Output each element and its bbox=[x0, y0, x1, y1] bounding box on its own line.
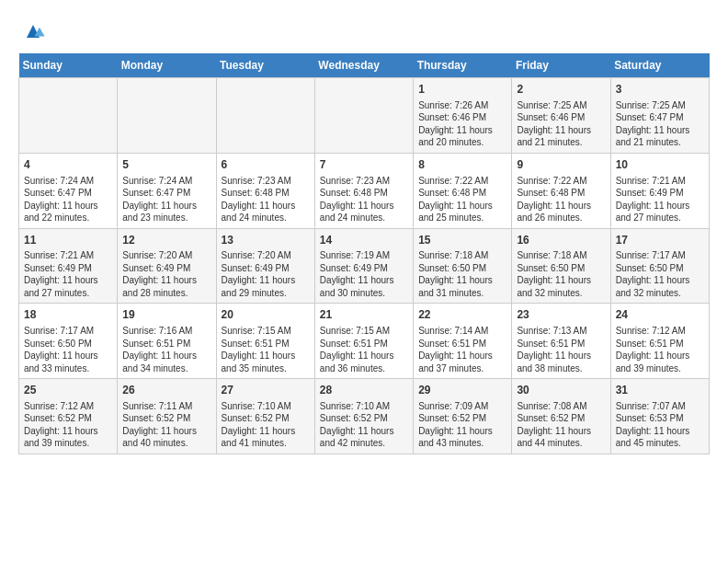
calendar-cell bbox=[216, 78, 314, 154]
logo bbox=[18, 18, 46, 44]
calendar-week-2: 4Sunrise: 7:24 AMSunset: 6:47 PMDaylight… bbox=[19, 153, 710, 228]
calendar-cell: 26Sunrise: 7:11 AMSunset: 6:52 PMDayligh… bbox=[118, 379, 216, 454]
day-number: 29 bbox=[418, 383, 506, 398]
day-number: 24 bbox=[616, 307, 704, 323]
day-number: 5 bbox=[122, 157, 210, 173]
day-info: Sunrise: 7:24 AMSunset: 6:47 PMDaylight:… bbox=[24, 175, 112, 224]
calendar-cell: 17Sunrise: 7:17 AMSunset: 6:50 PMDayligh… bbox=[610, 228, 709, 304]
calendar-cell: 3Sunrise: 7:25 AMSunset: 6:47 PMDaylight… bbox=[610, 78, 709, 154]
calendar-cell: 22Sunrise: 7:14 AMSunset: 6:51 PMDayligh… bbox=[414, 304, 512, 379]
day-info: Sunrise: 7:12 AMSunset: 6:52 PMDaylight:… bbox=[24, 400, 112, 450]
calendar-cell: 13Sunrise: 7:20 AMSunset: 6:49 PMDayligh… bbox=[216, 228, 314, 304]
day-number: 8 bbox=[418, 157, 506, 173]
day-number: 7 bbox=[320, 157, 408, 173]
day-info: Sunrise: 7:18 AMSunset: 6:50 PMDaylight:… bbox=[517, 249, 605, 299]
day-number: 15 bbox=[418, 233, 506, 248]
calendar-week-5: 25Sunrise: 7:12 AMSunset: 6:52 PMDayligh… bbox=[19, 379, 710, 454]
day-info: Sunrise: 7:25 AMSunset: 6:47 PMDaylight:… bbox=[616, 99, 704, 149]
calendar-cell: 25Sunrise: 7:12 AMSunset: 6:52 PMDayligh… bbox=[19, 379, 118, 454]
calendar-cell: 6Sunrise: 7:23 AMSunset: 6:48 PMDaylight… bbox=[216, 153, 314, 228]
day-number: 25 bbox=[24, 383, 112, 398]
day-number: 16 bbox=[517, 233, 605, 248]
day-info: Sunrise: 7:21 AMSunset: 6:49 PMDaylight:… bbox=[616, 175, 704, 224]
day-info: Sunrise: 7:17 AMSunset: 6:50 PMDaylight:… bbox=[616, 249, 704, 299]
calendar-cell bbox=[19, 78, 118, 154]
calendar-week-4: 18Sunrise: 7:17 AMSunset: 6:50 PMDayligh… bbox=[19, 304, 710, 379]
day-header-sunday: Sunday bbox=[19, 53, 118, 78]
day-info: Sunrise: 7:22 AMSunset: 6:48 PMDaylight:… bbox=[418, 175, 506, 224]
day-number: 11 bbox=[24, 233, 112, 248]
day-number: 22 bbox=[418, 307, 506, 323]
calendar-cell: 9Sunrise: 7:22 AMSunset: 6:48 PMDaylight… bbox=[512, 153, 610, 228]
calendar-cell: 24Sunrise: 7:12 AMSunset: 6:51 PMDayligh… bbox=[610, 304, 709, 379]
day-number: 27 bbox=[222, 383, 310, 398]
day-header-tuesday: Tuesday bbox=[216, 53, 314, 78]
calendar-cell bbox=[118, 78, 216, 154]
day-info: Sunrise: 7:10 AMSunset: 6:52 PMDaylight:… bbox=[222, 400, 310, 450]
day-number: 18 bbox=[24, 307, 112, 323]
day-number: 1 bbox=[418, 82, 506, 98]
day-info: Sunrise: 7:08 AMSunset: 6:52 PMDaylight:… bbox=[517, 400, 605, 450]
calendar-week-3: 11Sunrise: 7:21 AMSunset: 6:49 PMDayligh… bbox=[19, 228, 710, 304]
day-info: Sunrise: 7:11 AMSunset: 6:52 PMDaylight:… bbox=[122, 400, 210, 450]
day-info: Sunrise: 7:12 AMSunset: 6:51 PMDaylight:… bbox=[616, 325, 704, 374]
calendar-cell: 20Sunrise: 7:15 AMSunset: 6:51 PMDayligh… bbox=[216, 304, 314, 379]
calendar-cell: 2Sunrise: 7:25 AMSunset: 6:46 PMDaylight… bbox=[512, 78, 610, 154]
calendar-cell: 4Sunrise: 7:24 AMSunset: 6:47 PMDaylight… bbox=[19, 153, 118, 228]
day-number: 21 bbox=[320, 307, 408, 323]
calendar-cell: 11Sunrise: 7:21 AMSunset: 6:49 PMDayligh… bbox=[19, 228, 118, 304]
day-number: 30 bbox=[517, 383, 605, 398]
day-info: Sunrise: 7:18 AMSunset: 6:50 PMDaylight:… bbox=[418, 249, 506, 299]
calendar-cell: 15Sunrise: 7:18 AMSunset: 6:50 PMDayligh… bbox=[414, 228, 512, 304]
calendar-cell: 27Sunrise: 7:10 AMSunset: 6:52 PMDayligh… bbox=[216, 379, 314, 454]
day-info: Sunrise: 7:10 AMSunset: 6:52 PMDaylight:… bbox=[320, 400, 408, 450]
day-number: 31 bbox=[616, 383, 704, 398]
calendar-cell: 28Sunrise: 7:10 AMSunset: 6:52 PMDayligh… bbox=[314, 379, 413, 454]
calendar-cell: 14Sunrise: 7:19 AMSunset: 6:49 PMDayligh… bbox=[314, 228, 413, 304]
page-header bbox=[18, 18, 710, 44]
day-info: Sunrise: 7:13 AMSunset: 6:51 PMDaylight:… bbox=[517, 325, 605, 374]
day-info: Sunrise: 7:22 AMSunset: 6:48 PMDaylight:… bbox=[517, 175, 605, 224]
day-info: Sunrise: 7:23 AMSunset: 6:48 PMDaylight:… bbox=[320, 175, 408, 224]
day-info: Sunrise: 7:26 AMSunset: 6:46 PMDaylight:… bbox=[418, 99, 506, 149]
calendar-cell: 1Sunrise: 7:26 AMSunset: 6:46 PMDaylight… bbox=[414, 78, 512, 154]
calendar-header: SundayMondayTuesdayWednesdayThursdayFrid… bbox=[19, 53, 710, 78]
calendar-cell: 12Sunrise: 7:20 AMSunset: 6:49 PMDayligh… bbox=[118, 228, 216, 304]
day-number: 17 bbox=[616, 233, 704, 248]
calendar-cell: 5Sunrise: 7:24 AMSunset: 6:47 PMDaylight… bbox=[118, 153, 216, 228]
day-info: Sunrise: 7:19 AMSunset: 6:49 PMDaylight:… bbox=[320, 249, 408, 299]
day-number: 6 bbox=[222, 157, 310, 173]
calendar-cell bbox=[314, 78, 413, 154]
calendar-cell: 7Sunrise: 7:23 AMSunset: 6:48 PMDaylight… bbox=[314, 153, 413, 228]
day-number: 20 bbox=[222, 307, 310, 323]
day-info: Sunrise: 7:21 AMSunset: 6:49 PMDaylight:… bbox=[24, 249, 112, 299]
calendar-cell: 23Sunrise: 7:13 AMSunset: 6:51 PMDayligh… bbox=[512, 304, 610, 379]
calendar-week-1: 1Sunrise: 7:26 AMSunset: 6:46 PMDaylight… bbox=[19, 78, 710, 154]
day-info: Sunrise: 7:14 AMSunset: 6:51 PMDaylight:… bbox=[418, 325, 506, 374]
day-number: 3 bbox=[616, 82, 704, 98]
day-number: 9 bbox=[517, 157, 605, 173]
day-info: Sunrise: 7:09 AMSunset: 6:52 PMDaylight:… bbox=[418, 400, 506, 450]
calendar-cell: 18Sunrise: 7:17 AMSunset: 6:50 PMDayligh… bbox=[19, 304, 118, 379]
calendar-cell: 19Sunrise: 7:16 AMSunset: 6:51 PMDayligh… bbox=[118, 304, 216, 379]
day-number: 2 bbox=[517, 82, 605, 98]
day-header-monday: Monday bbox=[118, 53, 216, 78]
calendar-cell: 10Sunrise: 7:21 AMSunset: 6:49 PMDayligh… bbox=[610, 153, 709, 228]
day-number: 23 bbox=[517, 307, 605, 323]
day-info: Sunrise: 7:07 AMSunset: 6:53 PMDaylight:… bbox=[616, 400, 704, 450]
calendar-cell: 31Sunrise: 7:07 AMSunset: 6:53 PMDayligh… bbox=[610, 379, 709, 454]
calendar-cell: 16Sunrise: 7:18 AMSunset: 6:50 PMDayligh… bbox=[512, 228, 610, 304]
day-number: 12 bbox=[122, 233, 210, 248]
day-info: Sunrise: 7:25 AMSunset: 6:46 PMDaylight:… bbox=[517, 99, 605, 149]
day-info: Sunrise: 7:20 AMSunset: 6:49 PMDaylight:… bbox=[122, 249, 210, 299]
day-number: 28 bbox=[320, 383, 408, 398]
day-number: 10 bbox=[616, 157, 704, 173]
day-info: Sunrise: 7:20 AMSunset: 6:49 PMDaylight:… bbox=[222, 249, 310, 299]
calendar-cell: 30Sunrise: 7:08 AMSunset: 6:52 PMDayligh… bbox=[512, 379, 610, 454]
day-info: Sunrise: 7:15 AMSunset: 6:51 PMDaylight:… bbox=[320, 325, 408, 374]
day-number: 4 bbox=[24, 157, 112, 173]
calendar-cell: 29Sunrise: 7:09 AMSunset: 6:52 PMDayligh… bbox=[414, 379, 512, 454]
calendar-table: SundayMondayTuesdayWednesdayThursdayFrid… bbox=[18, 53, 710, 454]
day-header-friday: Friday bbox=[512, 53, 610, 78]
day-number: 14 bbox=[320, 233, 408, 248]
